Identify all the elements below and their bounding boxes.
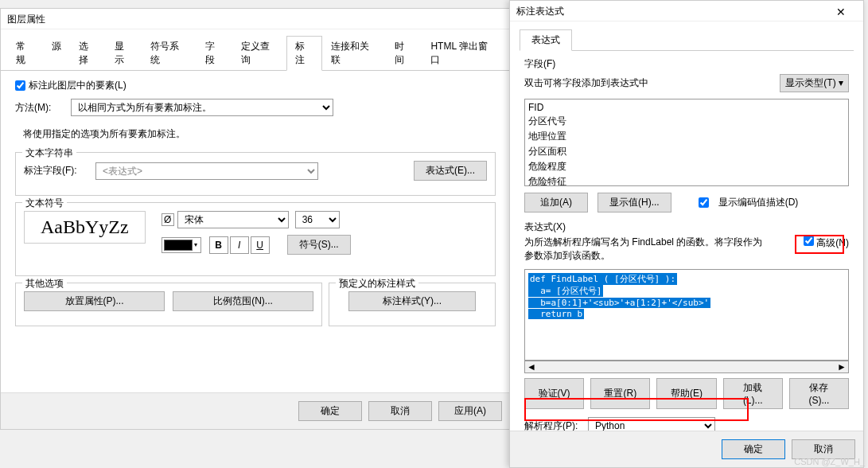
window-title: 图层属性: [7, 9, 45, 29]
tab-source[interactable]: 源: [43, 36, 70, 71]
tab-select[interactable]: 选择: [70, 36, 106, 71]
expression-button[interactable]: 表达式(E)...: [414, 161, 487, 181]
close-icon[interactable]: ✕: [825, 2, 857, 21]
code-line: return b: [528, 309, 584, 319]
method-select[interactable]: 以相同方式为所有要素加标注。: [71, 99, 333, 116]
inner-tabs: 表达式: [520, 26, 854, 51]
label-style-button[interactable]: 标注样式(Y)...: [348, 291, 476, 311]
predefined-styles-group: 预定义的标注样式 标注样式(Y)...: [329, 283, 496, 326]
tab-joins[interactable]: 连接和关联: [322, 36, 386, 71]
color-picker[interactable]: ▾: [162, 237, 201, 253]
label-field-select[interactable]: <表达式>: [95, 162, 318, 180]
chevron-down-icon: ▾: [194, 241, 197, 248]
save-button[interactable]: 保存(S)...: [789, 378, 849, 409]
show-type-button[interactable]: 显示类型(T) ▾: [780, 74, 849, 92]
expression-hint: 为所选解析程序编写名为 FindLabel 的函数。将字段作为参数添加到该函数。: [524, 236, 771, 263]
label-expression-window: 标注表达式 ✕ 表达式 字段(F) 双击可将字段添加到表达式中 显示类型(T) …: [509, 0, 864, 468]
tab-symbology[interactable]: 符号系统: [142, 36, 196, 71]
left-footer: 确定 取消 应用(A): [1, 392, 510, 429]
tab-general[interactable]: 常规: [7, 36, 43, 71]
expression-tab[interactable]: 表达式: [520, 29, 572, 51]
text-symbol-group: 文本符号 AaBbYyZz Ø 宋体 36 ▾ B I: [15, 202, 496, 276]
list-item[interactable]: 危险程度: [528, 159, 845, 174]
titlebar-right: 标注表达式 ✕: [510, 1, 863, 21]
window-title-right: 标注表达式: [516, 1, 564, 21]
text-string-group: 文本字符串 标注字段(F): <表达式> 表达式(E)...: [15, 152, 496, 196]
scroll-right-icon: ►: [837, 361, 847, 372]
ok-button[interactable]: 确定: [298, 401, 362, 421]
list-item[interactable]: 地理位置: [528, 129, 845, 144]
tab-defquery[interactable]: 定义查询: [232, 36, 286, 71]
label-features-checkbox[interactable]: [15, 80, 25, 91]
scale-range-button[interactable]: 比例范围(N)...: [173, 291, 313, 311]
hint-text: 将使用指定的选项为所有要素加标注。: [23, 127, 496, 141]
help-button[interactable]: 帮助(E): [656, 378, 716, 409]
tab-label[interactable]: 标注: [286, 36, 322, 71]
underline-button[interactable]: U: [251, 236, 270, 254]
expression-textarea[interactable]: def FindLabel ( [分区代号] ): a= [分区代号] b=a[…: [524, 269, 849, 361]
scroll-left-icon: ◄: [527, 361, 536, 372]
list-item[interactable]: 危险特征: [528, 174, 845, 186]
append-button[interactable]: 追加(A): [524, 193, 588, 213]
method-label: 方法(M):: [15, 101, 63, 115]
label-field-label: 标注字段(F):: [24, 164, 88, 177]
fields-hint: 双击可将字段添加到表达式中: [524, 76, 648, 90]
group4-title: 预定义的标注样式: [336, 277, 418, 291]
tab-time[interactable]: 时间: [386, 36, 422, 71]
list-item[interactable]: 分区面积: [528, 144, 845, 159]
expression-section-label: 表达式(X): [524, 220, 849, 234]
symbol-button[interactable]: 符号(S)...: [287, 235, 351, 255]
expression-buttons: 验证(V) 重置(R) 帮助(E) 加载(L)... 保存(S)...: [524, 378, 849, 409]
reset-button[interactable]: 重置(R): [590, 378, 650, 409]
cancel-button[interactable]: 取消: [368, 401, 432, 421]
apply-button[interactable]: 应用(A): [438, 401, 502, 421]
font-preview: AaBbYyZz: [24, 211, 146, 244]
code-line: b=a[0:1]+'<sub>'+a[1:2]+'</sub>': [528, 298, 710, 308]
font-select[interactable]: 宋体: [177, 211, 289, 228]
layer-properties-window: 图层属性 常规 源 选择 显示 符号系统 字段 定义查询 标注 连接和关联 时间…: [0, 8, 511, 430]
italic-button[interactable]: I: [230, 236, 249, 254]
ok-button[interactable]: 确定: [722, 439, 785, 459]
tab-fields[interactable]: 字段: [197, 36, 232, 71]
code-line: def FindLabel ( [分区代号] ):: [528, 273, 677, 285]
watermark: CSDN @Z_W_H_: [794, 457, 865, 466]
placement-props-button[interactable]: 放置属性(P)...: [24, 291, 165, 311]
titlebar-left: 图层属性: [1, 9, 510, 29]
show-coded-checkbox[interactable]: [699, 197, 709, 208]
verify-button[interactable]: 验证(V): [524, 378, 584, 409]
advanced-checkbox[interactable]: [804, 236, 814, 246]
list-item[interactable]: FID: [528, 101, 845, 114]
advanced-label: 高级(N): [816, 237, 849, 248]
chevron-down-icon: ▾: [839, 77, 843, 88]
tab-html[interactable]: HTML 弹出窗口: [422, 36, 504, 71]
list-item[interactable]: 分区代号: [528, 114, 845, 129]
horizontal-scrollbar[interactable]: ◄►: [524, 361, 849, 373]
font-icon: Ø: [162, 213, 174, 226]
fields-listbox[interactable]: FID 分区代号 地理位置 分区面积 危险程度 危险特征: [524, 99, 849, 186]
size-select[interactable]: 36: [295, 211, 340, 228]
other-options-group: 其他选项 放置属性(P)... 比例范围(N)...: [15, 283, 322, 326]
show-coded-label: 显示编码值描述(D): [718, 196, 799, 209]
bold-button[interactable]: B: [209, 236, 228, 254]
tabs-bar: 常规 源 选择 显示 符号系统 字段 定义查询 标注 连接和关联 时间 HTML…: [1, 29, 510, 71]
load-button[interactable]: 加载(L)...: [723, 378, 783, 409]
group1-title: 文本字符串: [22, 146, 76, 160]
tab-display[interactable]: 显示: [106, 36, 142, 71]
code-line: a= [分区代号]: [528, 285, 603, 297]
show-values-button[interactable]: 显示值(H)...: [597, 193, 671, 213]
group2-title: 文本符号: [22, 197, 67, 210]
fields-section-label: 字段(F): [524, 57, 849, 71]
group3-title: 其他选项: [22, 277, 67, 291]
label-features-text: 标注此图层中的要素(L): [29, 79, 127, 92]
